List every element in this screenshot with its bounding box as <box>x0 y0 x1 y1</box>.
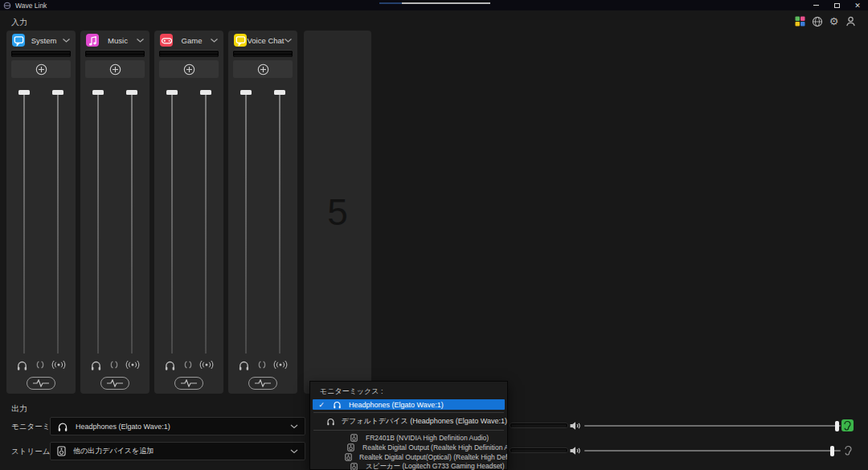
monitor-fader[interactable] <box>166 90 178 355</box>
unlink-icon[interactable] <box>183 361 193 369</box>
unlink-icon[interactable] <box>257 361 267 369</box>
popup-item-selected[interactable]: ✓ Headphones (Elgato Wave:1) <box>313 399 505 410</box>
broadcast-icon <box>51 360 66 370</box>
audio-effects-button[interactable] <box>27 377 55 390</box>
popup-item-label: Realtek Digital Output (Realtek High Def… <box>362 443 507 452</box>
output-section-label: 出力 <box>11 403 27 415</box>
chevron-down-icon[interactable] <box>285 39 292 43</box>
background-window-edge <box>402 2 490 4</box>
monitor-mix-volume-slider[interactable] <box>584 420 841 431</box>
broadcast-icon <box>273 360 288 370</box>
channel-strip-game: Game <box>154 31 223 394</box>
add-effect-button[interactable] <box>85 60 145 78</box>
empty-channel-slot[interactable]: 5 <box>304 31 371 394</box>
monitor-mix-level-meter <box>510 423 568 428</box>
unlink-icon[interactable] <box>35 361 45 369</box>
monitor-mix-device-popup: モニターミックス : ✓ Headphones (Elgato Wave:1) … <box>309 381 508 470</box>
speaker-device-icon <box>57 446 66 456</box>
headphones-icon <box>90 359 102 371</box>
popup-item-device[interactable]: スピーカー (Logitech G733 Gaming Headset) <box>310 462 507 470</box>
background-window-edge <box>379 2 402 4</box>
stream-fader[interactable] <box>51 90 64 355</box>
channel-label: Game <box>173 36 211 45</box>
stream-fader[interactable] <box>199 90 212 355</box>
marketplace-icon[interactable] <box>794 15 806 27</box>
headphones-icon <box>16 359 28 371</box>
audio-effects-button[interactable] <box>100 377 129 390</box>
monitor-fader[interactable] <box>240 90 252 355</box>
audio-effects-button[interactable] <box>174 377 203 390</box>
headphones-icon <box>57 421 68 432</box>
community-icon[interactable] <box>811 15 823 27</box>
monitor-fader[interactable] <box>18 90 31 355</box>
slot-number: 5 <box>327 190 348 234</box>
wave-link-window: Wave Link ✕ ⚙ 入力 System <box>0 0 868 470</box>
speaker-device-icon <box>347 463 360 470</box>
unlink-icon[interactable] <box>109 361 119 369</box>
level-meter <box>85 50 145 57</box>
headphones-icon <box>325 417 335 426</box>
popup-item-device[interactable]: Realtek Digital Output (Realtek High Def… <box>310 443 507 452</box>
stream-mix-level-meter <box>510 448 568 453</box>
monitor-ear-button[interactable] <box>841 419 854 431</box>
app-toolbar: ⚙ <box>794 15 857 27</box>
speaker-device-icon <box>346 443 357 452</box>
channel-label: System <box>25 36 63 45</box>
popup-item-label: デフォルトデバイス (Headphones (Elgato Wave:1) (D… <box>342 416 507 427</box>
popup-separator <box>313 412 504 413</box>
audio-effects-button[interactable] <box>248 377 277 390</box>
broadcast-icon <box>199 360 214 370</box>
popup-item-device[interactable]: FR2401B (NVIDIA High Definition Audio) <box>310 433 507 443</box>
stream-fader[interactable] <box>273 90 286 355</box>
stream-mix-device-select[interactable]: 他の出力デバイスを追加 <box>50 442 305 460</box>
maximize-button[interactable] <box>826 0 847 10</box>
speaker-volume-icon <box>569 421 582 431</box>
title-bar: Wave Link ✕ <box>0 0 868 10</box>
channel-strip-voice-chat: Voice Chat <box>228 31 297 394</box>
stream-mix-device-value: 他の出力デバイスを追加 <box>73 446 290 456</box>
input-section-label: 入力 <box>11 17 27 28</box>
minimize-button[interactable] <box>805 0 826 10</box>
channel-label: Voice Chat <box>247 36 285 45</box>
chat-bubble-icon <box>234 34 247 47</box>
monitor-mix-device-value: Headphones (Elgato Wave:1) <box>76 423 290 431</box>
headphones-icon <box>330 400 343 409</box>
wave-link-logo-icon <box>3 2 11 10</box>
popup-item-default-device[interactable]: デフォルトデバイス (Headphones (Elgato Wave:1) (D… <box>310 415 507 427</box>
add-effect-button[interactable] <box>11 60 71 78</box>
chevron-down-icon[interactable] <box>137 39 144 43</box>
stream-fader[interactable] <box>125 90 138 355</box>
speaker-device-icon <box>343 453 354 461</box>
chevron-down-icon[interactable] <box>63 39 70 43</box>
close-button[interactable]: ✕ <box>847 0 868 10</box>
level-meter <box>233 50 293 57</box>
window-title: Wave Link <box>15 2 47 10</box>
add-effect-button[interactable] <box>159 60 219 78</box>
popup-separator <box>313 430 504 431</box>
popup-item-device[interactable]: Realtek Digital Output(Optical) (Realtek… <box>310 452 507 462</box>
popup-item-label: Headphones (Elgato Wave:1) <box>349 401 444 409</box>
stream-mix-volume-slider[interactable] <box>584 445 841 456</box>
level-meter <box>11 50 71 57</box>
chevron-down-icon <box>290 449 298 454</box>
headphones-icon <box>164 359 176 371</box>
popup-item-label: Realtek Digital Output(Optical) (Realtek… <box>359 453 507 461</box>
stream-ear-button[interactable] <box>842 444 854 456</box>
game-controller-icon <box>160 34 173 47</box>
monitor-mix-device-select[interactable]: Headphones (Elgato Wave:1) <box>50 417 305 435</box>
chevron-down-icon <box>290 424 298 429</box>
music-note-icon <box>86 34 99 47</box>
chevron-down-icon[interactable] <box>211 39 218 43</box>
broadcast-icon <box>125 360 140 370</box>
settings-gear-icon[interactable]: ⚙ <box>828 15 840 27</box>
popup-device-list: FR2401B (NVIDIA High Definition Audio) R… <box>310 433 507 470</box>
headphones-icon <box>238 359 250 371</box>
popup-item-label: FR2401B (NVIDIA High Definition Audio) <box>366 434 489 442</box>
popup-title: モニターミックス : <box>310 382 507 399</box>
monitor-fader[interactable] <box>92 90 104 355</box>
add-effect-button[interactable] <box>233 60 293 78</box>
account-icon[interactable] <box>845 15 857 27</box>
check-icon: ✓ <box>313 401 330 409</box>
speaker-device-icon <box>347 434 360 442</box>
level-meter <box>159 50 219 57</box>
